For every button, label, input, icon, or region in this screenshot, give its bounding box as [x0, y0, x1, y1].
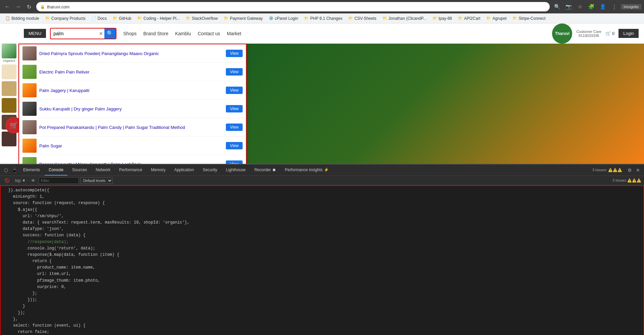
back-button[interactable]: ← — [3, 2, 12, 11]
autocomplete-item-4[interactable]: Pot Prepared Panakarkandu | Palm Candy |… — [19, 118, 246, 137]
autocomplete-item-2[interactable]: Palm Jaggery | Karuppatti View — [19, 81, 246, 100]
view-btn-2[interactable]: View — [226, 87, 243, 94]
bookmark-docs[interactable]: 📄 Docs — [89, 15, 109, 22]
bookmark-coding[interactable]: 📁 Coding - Helper Pl... — [135, 15, 182, 22]
bookmark-api2cart[interactable]: 📁 API2Cart — [455, 15, 483, 22]
bookmark-php-icon: 📁 — [304, 16, 309, 20]
address-bar[interactable]: 🔒 tharuvi.com — [36, 2, 550, 11]
reload-button[interactable]: ↻ — [24, 2, 34, 11]
cart-area[interactable]: 🛒 0 — [605, 31, 614, 36]
incognito-label: Incognito — [621, 4, 641, 9]
devtools-close-btn[interactable]: ✕ — [635, 167, 641, 174]
autocomplete-text-4[interactable]: Pot Prepared Panakarkandu | Palm Candy |… — [39, 125, 223, 130]
customer-number: 8110033336 — [576, 34, 601, 38]
search-submit-button[interactable]: 🔍 — [104, 28, 116, 39]
console-level-select[interactable]: Default levels — [80, 177, 113, 184]
view-btn-5[interactable]: View — [226, 142, 243, 149]
bookmark-stackoverflow-icon: 📁 — [186, 16, 191, 20]
bookmark-docs-icon: 📄 — [92, 16, 96, 20]
cart-count: 0 — [612, 31, 614, 36]
console-top-btn[interactable]: top ▼ — [13, 178, 28, 184]
autocomplete-text-1[interactable]: Electric Palm Pain Reliver — [39, 69, 223, 75]
console-eye-btn[interactable]: 👁 — [29, 178, 37, 184]
sidebar-organics[interactable]: Organics — [1, 44, 17, 62]
console-clear-btn[interactable]: 🚫 — [3, 178, 12, 184]
zoom-button[interactable]: 🔍 — [552, 2, 562, 11]
login-button[interactable]: Login — [618, 29, 639, 38]
bookmark-php[interactable]: 📁 PHP 8.1 Changes — [301, 15, 345, 22]
autocomplete-text-2[interactable]: Palm Jaggery | Karuppatti — [39, 88, 223, 93]
search-input[interactable] — [51, 31, 98, 36]
devtools-tab-lighthouse[interactable]: Lighthouse — [222, 164, 250, 176]
bookmark-payment[interactable]: 📁 Payment Gateway — [221, 15, 265, 22]
bookmark-agrupet-icon: 📁 — [486, 16, 491, 20]
forward-button[interactable]: → — [13, 2, 23, 11]
bookmark-csv[interactable]: 📁 CSV-Sheets — [346, 15, 379, 22]
devtools-settings-btn[interactable]: ⚙ — [626, 167, 633, 174]
devtools-device-btn[interactable]: 📱 — [10, 167, 18, 174]
lock-icon: 🔒 — [40, 5, 45, 9]
devtools-tab-memory[interactable]: Memory — [147, 164, 169, 176]
console-line-12: product_name: item.name, — [3, 265, 641, 271]
bookmark-csv-label: CSV-Sheets — [354, 16, 376, 21]
nav-shops[interactable]: Shops — [123, 31, 137, 36]
devtools-tab-network[interactable]: Network — [92, 164, 114, 176]
sidebar-thumb-5 — [2, 132, 16, 146]
search-clear-button[interactable]: ✕ — [98, 31, 104, 36]
menu-button[interactable]: MENU — [24, 29, 46, 38]
profile-button[interactable]: 👤 — [598, 2, 607, 11]
view-btn-4[interactable]: View — [226, 124, 243, 131]
bookmark-bidding[interactable]: 📋 Bidding module — [3, 15, 42, 22]
autocomplete-item-5[interactable]: Palm Sugar View — [19, 137, 246, 155]
bookmark-company-label: Company Products — [51, 16, 86, 21]
bookmark-github[interactable]: 📁 GitHub — [110, 15, 134, 22]
nav-brand-store[interactable]: Brand Store — [143, 31, 168, 36]
view-btn-0[interactable]: View — [226, 50, 243, 57]
devtools-tab-recorder[interactable]: Recorder ⏺ — [250, 164, 280, 176]
bookmark-agrupet[interactable]: 📁 Agrupet — [484, 15, 509, 22]
camera-button[interactable]: 📷 — [564, 2, 573, 11]
bookmark-cpanel[interactable]: ⚙️ cPanel Login — [266, 15, 301, 22]
customer-care: Customer Care 8110033336 — [576, 30, 601, 38]
logo-text: Tharuvi — [555, 31, 569, 36]
devtools-actions: 3 Issues: ⚠️⚠️⚠️ ⚙ ✕ — [592, 167, 641, 174]
devtools-tab-application[interactable]: Application — [170, 164, 198, 176]
view-btn-1[interactable]: View — [226, 68, 243, 76]
devtools-secondary-bar: 🚫 top ▼ 👁 Default levels 3 Issues ⚠️⚠️⚠️ — [0, 176, 644, 185]
devtools-inspect-btn[interactable]: ⬡ — [3, 167, 9, 174]
nav-market[interactable]: Market — [227, 31, 241, 36]
devtools-tab-performance[interactable]: Performance — [115, 164, 146, 176]
bookmark-ipay[interactable]: 📁 Ipay-88 — [430, 15, 455, 22]
autocomplete-item-3[interactable]: Sukku Karupatti | Dry ginger Palm Jagger… — [19, 100, 246, 118]
extension-button[interactable]: 🧩 — [587, 2, 596, 11]
nav-contact[interactable]: Contact us — [198, 31, 220, 36]
autocomplete-item-1[interactable]: Electric Palm Pain Reliver View — [19, 63, 246, 81]
star-button[interactable]: ☆ — [575, 2, 585, 11]
bookmark-stripe[interactable]: 📁 Stripe-Connect — [510, 15, 548, 22]
sidebar-thumb-2 — [2, 81, 16, 96]
autocomplete-text-3[interactable]: Sukku Karupatti | Dry ginger Palm Jagger… — [39, 106, 223, 111]
view-btn-6[interactable]: View — [226, 160, 243, 164]
autocomplete-text-0[interactable]: Dried Palmyra Sprouts Powder| Panangilan… — [39, 51, 223, 56]
console-filter-input[interactable] — [39, 177, 79, 184]
bookmark-stackoverflow[interactable]: 📁 StackOverflow — [183, 15, 220, 22]
bookmark-company[interactable]: 📁 Company Products — [43, 15, 88, 22]
autocomplete-text-5[interactable]: Palm Sugar — [39, 143, 223, 148]
bookmark-jonathan[interactable]: 📁 Jonathan (ClicandP... — [380, 15, 429, 22]
autocomplete-text-6[interactable]: Pepper Karupatti | Milagu Karupatti | Pa… — [39, 162, 223, 164]
console-line-3: $.ajax({ — [3, 207, 641, 213]
devtools-tab-perf-insights[interactable]: Performance insights ⚡ — [281, 164, 333, 176]
devtools-tab-sources[interactable]: Sources — [68, 164, 91, 176]
menu-button[interactable]: ⋮ — [609, 2, 619, 11]
devtools-console[interactable]: }).autocomplete({ minLength: 1, source: … — [0, 185, 644, 335]
bookmark-bidding-label: Bidding module — [11, 16, 39, 21]
console-line-8: //response(data); — [3, 239, 641, 245]
view-btn-3[interactable]: View — [226, 105, 243, 112]
devtools-tab-console[interactable]: Console — [45, 164, 67, 176]
nav-kamblu[interactable]: Kamblu — [175, 31, 191, 36]
devtools-tab-security[interactable]: Security — [199, 164, 221, 176]
devtools-tab-elements[interactable]: Elements — [19, 164, 44, 176]
bookmark-github-icon: 📁 — [113, 16, 117, 20]
autocomplete-item-0[interactable]: Dried Palmyra Sprouts Powder| Panangilan… — [19, 44, 246, 63]
autocomplete-item-6[interactable]: Pepper Karupatti | Milagu Karupatti | Pa… — [19, 155, 246, 164]
